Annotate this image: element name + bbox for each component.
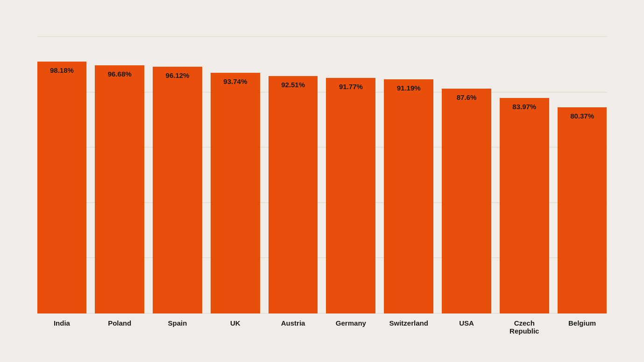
bar-value-5: 91.77% <box>339 83 363 90</box>
bar-group: 91.19% <box>384 46 433 313</box>
bar-austria: 92.51% <box>269 76 318 313</box>
bar-switzerland: 91.19% <box>384 79 433 313</box>
bar-value-7: 87.6% <box>457 93 477 101</box>
bar-uk: 93.74% <box>211 73 260 313</box>
x-label-czech-republic: Czech Republic <box>500 319 549 335</box>
bar-group: 91.77% <box>326 46 375 313</box>
bar-group: 93.74% <box>211 46 260 313</box>
bar-value-4: 92.51% <box>281 81 305 89</box>
bar-group: 96.12% <box>153 46 202 313</box>
bars-wrapper: 98.18%96.68%96.12%93.74%92.51%91.77%91.1… <box>37 36 607 313</box>
x-label-india: India <box>37 319 87 335</box>
bar-belgium: 80.37% <box>558 107 607 313</box>
bar-germany: 91.77% <box>326 78 375 313</box>
bar-india: 98.18% <box>37 62 87 313</box>
bar-value-8: 83.97% <box>512 103 536 111</box>
chart-container: 98.18%96.68%96.12%93.74%92.51%91.77%91.1… <box>19 18 626 344</box>
chart-area: 98.18%96.68%96.12%93.74%92.51%91.77%91.1… <box>37 36 607 313</box>
x-label-switzerland: Switzerland <box>384 319 433 335</box>
x-label-uk: UK <box>211 319 260 335</box>
bar-poland: 96.68% <box>95 65 144 313</box>
x-label-austria: Austria <box>269 319 318 335</box>
bar-group: 80.37% <box>558 46 607 313</box>
bar-value-0: 98.18% <box>50 66 74 74</box>
bar-value-1: 96.68% <box>108 70 132 78</box>
bar-group: 96.68% <box>95 46 144 313</box>
x-axis: IndiaPolandSpainUKAustriaGermanySwitzerl… <box>37 319 607 335</box>
bar-group: 92.51% <box>269 46 318 313</box>
bar-value-6: 91.19% <box>397 84 421 92</box>
bar-value-3: 93.74% <box>223 77 247 85</box>
x-label-spain: Spain <box>153 319 202 335</box>
x-label-germany: Germany <box>326 319 375 335</box>
bar-spain: 96.12% <box>153 67 202 313</box>
bar-czech-republic: 83.97% <box>500 98 549 313</box>
bar-group: 98.18% <box>37 46 87 313</box>
x-label-usa: USA <box>442 319 491 335</box>
bar-group: 83.97% <box>500 46 549 313</box>
bar-usa: 87.6% <box>442 89 491 313</box>
bar-value-2: 96.12% <box>166 71 190 79</box>
bar-group: 87.6% <box>442 46 491 313</box>
x-label-belgium: Belgium <box>558 319 607 335</box>
bar-value-9: 80.37% <box>570 112 594 120</box>
x-label-poland: Poland <box>95 319 144 335</box>
